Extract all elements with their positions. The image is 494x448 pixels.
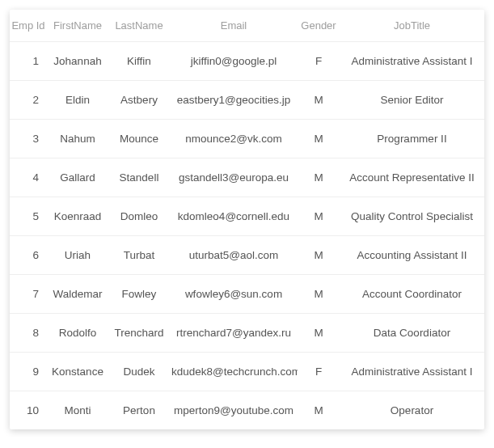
table-row: 8RodolfoTrenchardrtrenchard7@yandex.ruMD… xyxy=(10,314,484,353)
col-header-email[interactable]: Email xyxy=(170,10,298,42)
cell-firstname: Monti xyxy=(47,391,108,430)
cell-emp-id: 3 xyxy=(10,120,47,158)
employee-table-container: Emp Id FirstName LastName Email Gender J… xyxy=(10,10,484,429)
cell-emp-id: 8 xyxy=(10,314,47,353)
cell-email: mperton9@youtube.com xyxy=(170,391,298,430)
cell-emp-id: 4 xyxy=(10,158,47,197)
cell-gender: M xyxy=(298,236,340,275)
col-header-firstname[interactable]: FirstName xyxy=(47,10,108,42)
table-row: 10MontiPertonmperton9@youtube.comMOperat… xyxy=(10,391,484,430)
cell-lastname: Kiffin xyxy=(108,42,170,81)
cell-firstname: Rodolfo xyxy=(47,314,108,353)
cell-gender: M xyxy=(298,314,340,353)
cell-gender: M xyxy=(298,275,340,314)
cell-gender: M xyxy=(298,81,340,120)
col-header-gender[interactable]: Gender xyxy=(298,10,340,42)
cell-email: eastbery1@geocities.jp xyxy=(170,81,298,120)
cell-email: jkiffin0@google.pl xyxy=(170,42,298,81)
cell-gender: M xyxy=(298,120,340,158)
cell-jobtitle: Data Coordiator xyxy=(340,314,484,353)
cell-firstname: Gallard xyxy=(47,158,108,197)
cell-emp-id: 9 xyxy=(10,353,47,391)
cell-firstname: Konstance xyxy=(47,353,108,391)
cell-jobtitle: Account Representative II xyxy=(340,158,484,197)
cell-lastname: Domleo xyxy=(108,197,170,236)
cell-emp-id: 10 xyxy=(10,391,47,430)
cell-jobtitle: Quality Control Specialist xyxy=(340,197,484,236)
cell-firstname: Eldin xyxy=(47,81,108,120)
cell-email: rtrenchard7@yandex.ru xyxy=(170,314,298,353)
cell-firstname: Nahum xyxy=(47,120,108,158)
cell-emp-id: 2 xyxy=(10,81,47,120)
cell-jobtitle: Account Coordinator xyxy=(340,275,484,314)
table-row: 7WaldemarFowleywfowley6@sun.comMAccount … xyxy=(10,275,484,314)
table-row: 5KoenraadDomleokdomleo4@cornell.eduMQual… xyxy=(10,197,484,236)
cell-emp-id: 5 xyxy=(10,197,47,236)
cell-email: kdomleo4@cornell.edu xyxy=(170,197,298,236)
table-row: 3NahumMouncenmounce2@vk.comMProgrammer I… xyxy=(10,120,484,158)
table-row: 2EldinAstberyeastbery1@geocities.jpMSeni… xyxy=(10,81,484,120)
cell-lastname: Perton xyxy=(108,391,170,430)
cell-lastname: Standell xyxy=(108,158,170,197)
cell-emp-id: 1 xyxy=(10,42,47,81)
cell-emp-id: 7 xyxy=(10,275,47,314)
cell-email: gstandell3@europa.eu xyxy=(170,158,298,197)
col-header-emp-id[interactable]: Emp Id xyxy=(10,10,47,42)
table-row: 4GallardStandellgstandell3@europa.euMAcc… xyxy=(10,158,484,197)
table-row: 6UriahTurbatuturbat5@aol.comMAccounting … xyxy=(10,236,484,275)
cell-jobtitle: Administrative Assistant I xyxy=(340,353,484,391)
cell-lastname: Dudek xyxy=(108,353,170,391)
cell-gender: M xyxy=(298,391,340,430)
cell-gender: M xyxy=(298,158,340,197)
cell-emp-id: 6 xyxy=(10,236,47,275)
cell-lastname: Mounce xyxy=(108,120,170,158)
table-row: 9KonstanceDudekkdudek8@techcrunch.comFAd… xyxy=(10,353,484,391)
col-header-lastname[interactable]: LastName xyxy=(108,10,170,42)
cell-jobtitle: Programmer II xyxy=(340,120,484,158)
cell-email: nmounce2@vk.com xyxy=(170,120,298,158)
cell-lastname: Trenchard xyxy=(108,314,170,353)
cell-firstname: Uriah xyxy=(47,236,108,275)
table-body: 1JohannahKiffinjkiffin0@google.plFAdmini… xyxy=(10,42,484,430)
table-header-row: Emp Id FirstName LastName Email Gender J… xyxy=(10,10,484,42)
cell-lastname: Fowley xyxy=(108,275,170,314)
cell-email: wfowley6@sun.com xyxy=(170,275,298,314)
cell-gender: F xyxy=(298,353,340,391)
col-header-jobtitle[interactable]: JobTitle xyxy=(340,10,484,42)
cell-gender: F xyxy=(298,42,340,81)
cell-lastname: Astbery xyxy=(108,81,170,120)
cell-lastname: Turbat xyxy=(108,236,170,275)
cell-gender: M xyxy=(298,197,340,236)
cell-email: uturbat5@aol.com xyxy=(170,236,298,275)
cell-email: kdudek8@techcrunch.com xyxy=(170,353,298,391)
cell-firstname: Waldemar xyxy=(47,275,108,314)
cell-jobtitle: Operator xyxy=(340,391,484,430)
employee-table: Emp Id FirstName LastName Email Gender J… xyxy=(10,10,484,429)
cell-jobtitle: Accounting Assistant II xyxy=(340,236,484,275)
cell-firstname: Koenraad xyxy=(47,197,108,236)
table-row: 1JohannahKiffinjkiffin0@google.plFAdmini… xyxy=(10,42,484,81)
cell-jobtitle: Administrative Assistant I xyxy=(340,42,484,81)
cell-firstname: Johannah xyxy=(47,42,108,81)
cell-jobtitle: Senior Editor xyxy=(340,81,484,120)
